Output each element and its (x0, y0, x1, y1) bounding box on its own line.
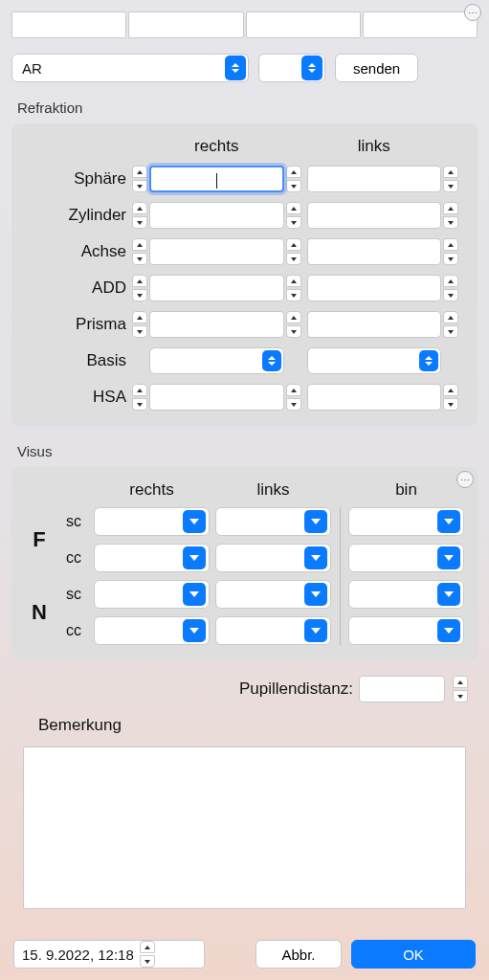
add-l-input[interactable] (307, 275, 442, 301)
bemerkung-label: Bemerkung (38, 716, 478, 735)
refraktion-title: Refraktion (17, 100, 478, 116)
hsa-r-stepper[interactable] (286, 384, 301, 411)
pupil-label: Pupillendistanz: (239, 679, 353, 699)
top-cell-4[interactable] (363, 11, 478, 38)
sphere-r-stepper-left[interactable] (132, 166, 147, 192)
visus-panel: ⋯ rechts links bin F sc cc N sc cc (11, 467, 478, 660)
prisma-l-stepper[interactable] (443, 311, 458, 338)
N-sc-l[interactable] (215, 580, 331, 609)
refraktion-panel: rechts links Sphäre Zylinder Achse ADD (11, 123, 478, 426)
sphere-l-input[interactable] (307, 166, 442, 192)
label-axis: Achse (25, 242, 130, 261)
chevron-down-icon (183, 583, 206, 606)
top-cell-2[interactable] (128, 11, 243, 38)
axis-l-stepper[interactable] (443, 238, 458, 265)
chevron-down-icon (437, 619, 460, 642)
datetime-stepper[interactable] (140, 941, 155, 968)
bemerkung-textarea[interactable] (23, 746, 466, 909)
cyl-r-stepper-left[interactable] (132, 202, 147, 229)
chevron-down-icon (183, 510, 206, 533)
F-cc-b[interactable] (348, 544, 464, 572)
prisma-r-stepper[interactable] (286, 311, 301, 338)
sphere-r-input[interactable] (149, 166, 284, 192)
chevron-down-icon (437, 546, 460, 569)
top-cell-1[interactable] (11, 11, 126, 38)
basis-l-select[interactable] (307, 347, 442, 374)
hsa-l-stepper[interactable] (443, 384, 458, 411)
chevron-updown-icon (419, 350, 438, 371)
visus-F: F (25, 527, 54, 552)
send-button[interactable]: senden (335, 54, 418, 82)
visus-col-rechts: rechts (94, 480, 210, 500)
hsa-l-input[interactable] (307, 384, 442, 411)
prisma-r-stepper-left[interactable] (132, 311, 147, 338)
datetime-field[interactable]: 15. 9.2022, 12:18 (13, 940, 205, 969)
sphere-r-stepper[interactable] (286, 166, 301, 192)
chevron-down-icon (183, 546, 206, 569)
prisma-r-input[interactable] (149, 311, 284, 338)
N-sc-r[interactable] (94, 580, 210, 609)
cylinder-l-input[interactable] (307, 202, 442, 229)
ok-button[interactable]: OK (351, 940, 476, 969)
chevron-down-icon (304, 583, 327, 606)
N-cc-b[interactable] (348, 616, 464, 645)
add-r-stepper[interactable] (286, 275, 301, 301)
N-cc-r[interactable] (94, 616, 210, 645)
chevron-updown-icon (262, 350, 281, 371)
F-cc-r[interactable] (94, 544, 210, 572)
add-l-stepper[interactable] (443, 275, 458, 301)
more-icon[interactable]: ⋯ (464, 4, 481, 21)
F-cc-l[interactable] (215, 544, 331, 572)
visus-sc-2: sc (59, 586, 88, 603)
datetime-value: 15. 9.2022, 12:18 (22, 947, 134, 963)
N-cc-l[interactable] (215, 616, 331, 645)
chevron-down-icon (183, 619, 206, 642)
axis-r-input[interactable] (149, 238, 284, 265)
port-select[interactable] (258, 54, 325, 82)
axis-r-stepper[interactable] (286, 238, 301, 265)
basis-r-select[interactable] (149, 347, 284, 374)
chevron-down-icon (437, 510, 460, 533)
label-basis: Basis (25, 351, 130, 370)
cylinder-r-input[interactable] (149, 202, 284, 229)
add-r-input[interactable] (149, 275, 284, 301)
sphere-l-stepper[interactable] (443, 166, 458, 192)
visus-col-bin: bin (348, 480, 464, 500)
col-rechts: rechts (149, 137, 284, 156)
chevron-down-icon (304, 619, 327, 642)
chevron-down-icon (304, 546, 327, 569)
cancel-button[interactable]: Abbr. (256, 940, 342, 969)
visus-cc-1: cc (59, 549, 88, 567)
col-links: links (307, 137, 442, 156)
F-sc-r[interactable] (94, 507, 210, 536)
label-sphere: Sphäre (25, 169, 130, 189)
visus-more-icon[interactable]: ⋯ (456, 471, 474, 488)
label-prisma: Prisma (25, 315, 130, 334)
prisma-l-input[interactable] (307, 311, 442, 338)
top-cell-3[interactable] (246, 11, 361, 38)
chevron-updown-icon (225, 56, 246, 80)
chevron-down-icon (304, 510, 327, 533)
label-cylinder: Zylinder (25, 206, 130, 225)
cyl-r-stepper[interactable] (286, 202, 301, 229)
visus-col-links: links (215, 480, 331, 500)
axis-l-input[interactable] (307, 238, 442, 265)
pupil-stepper[interactable] (453, 676, 468, 702)
label-hsa: HSA (25, 388, 130, 407)
add-r-stepper-left[interactable] (132, 275, 147, 301)
label-add: ADD (25, 278, 130, 298)
F-sc-b[interactable] (348, 507, 464, 536)
cyl-l-stepper[interactable] (443, 202, 458, 229)
hsa-r-input[interactable] (149, 384, 284, 411)
visus-title: Visus (17, 443, 478, 459)
hsa-r-stepper-left[interactable] (132, 384, 147, 411)
axis-r-stepper-left[interactable] (132, 238, 147, 265)
device-select[interactable]: AR (11, 54, 249, 82)
visus-cc-2: cc (59, 622, 88, 639)
visus-sc-1: sc (59, 513, 88, 530)
F-sc-l[interactable] (215, 507, 331, 536)
visus-separator (340, 507, 341, 645)
N-sc-b[interactable] (348, 580, 464, 609)
pupil-input[interactable] (359, 676, 445, 702)
chevron-updown-icon (301, 56, 322, 80)
